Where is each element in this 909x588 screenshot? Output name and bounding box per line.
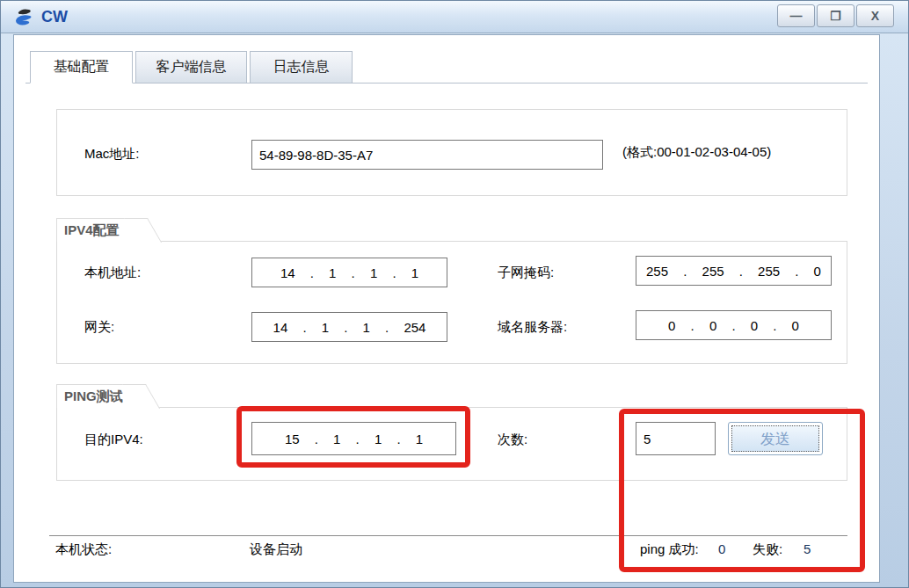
gateway-label: 网关: bbox=[84, 319, 114, 336]
ping-fail-value: 5 bbox=[804, 541, 811, 556]
subnet-mask-input[interactable] bbox=[636, 256, 832, 286]
host-address-input[interactable] bbox=[251, 258, 447, 287]
ping-section-header: PING测试 bbox=[56, 384, 141, 408]
minimize-button[interactable]: — bbox=[777, 4, 815, 27]
gateway-input[interactable] bbox=[251, 312, 447, 342]
ping-success-value: 0 bbox=[718, 541, 725, 556]
status-divider bbox=[49, 535, 847, 536]
subnet-mask-label: 子网掩码: bbox=[498, 265, 554, 281]
ipv4-section-header: IPV4配置 bbox=[56, 218, 142, 242]
ping-count-label: 次数: bbox=[498, 432, 527, 448]
send-button[interactable]: 发送 bbox=[728, 422, 823, 455]
ping-success-label: ping 成功: bbox=[640, 541, 699, 558]
host-address-label: 本机地址: bbox=[84, 265, 141, 281]
dns-server-label: 域名服务器: bbox=[498, 319, 567, 336]
ping-dest-label: 目的IPV4: bbox=[84, 432, 143, 448]
mac-address-input[interactable] bbox=[251, 140, 603, 170]
dns-server-input[interactable] bbox=[636, 310, 832, 340]
window-title: CW bbox=[41, 8, 68, 26]
titlebar: CW — ❐ X bbox=[1, 1, 909, 33]
maximize-button[interactable]: ❐ bbox=[817, 4, 854, 27]
device-config-window: CW — ❐ X 基础配置 客户端信息 日志信息 Mac地址: (格式:00-0… bbox=[0, 0, 909, 588]
ping-fail-label: 失败: bbox=[753, 541, 782, 558]
device-status-label: 本机状态: bbox=[55, 541, 112, 558]
window-controls: — ❐ X bbox=[777, 4, 894, 27]
mac-format-hint: (格式:00-01-02-03-04-05) bbox=[622, 144, 771, 161]
ensp-logo-icon bbox=[13, 6, 36, 29]
tab-client-info[interactable]: 客户端信息 bbox=[135, 51, 247, 83]
close-button[interactable]: X bbox=[856, 4, 894, 27]
mac-address-label: Mac地址: bbox=[84, 146, 140, 163]
device-status-value: 设备启动 bbox=[250, 541, 302, 558]
ping-count-input[interactable] bbox=[636, 422, 716, 455]
tab-basic-config[interactable]: 基础配置 bbox=[30, 51, 133, 83]
tab-log-info[interactable]: 日志信息 bbox=[250, 51, 353, 83]
ping-dest-input[interactable] bbox=[251, 422, 456, 455]
